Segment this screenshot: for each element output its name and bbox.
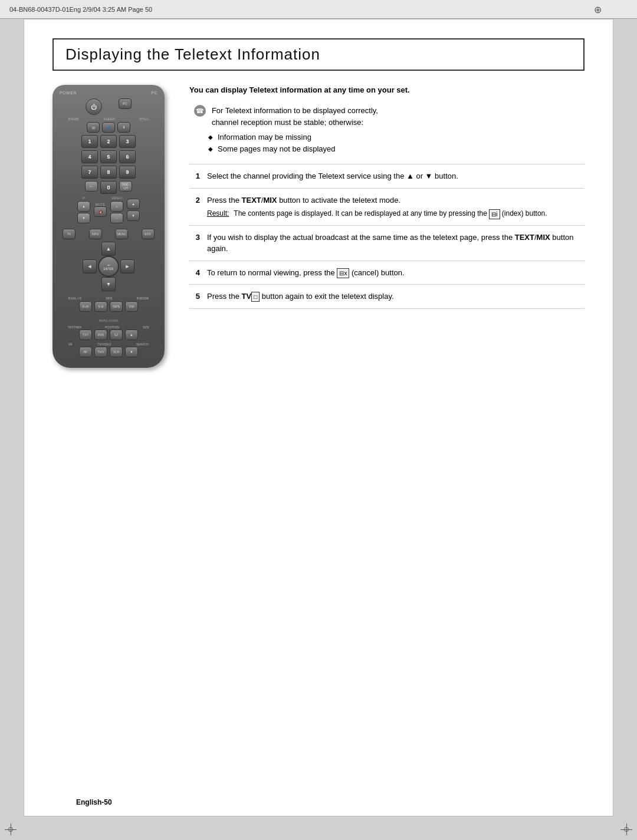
vol-up-button[interactable]: + [110,201,123,212]
srs-button[interactable]: SRS [110,301,123,312]
sleep-button[interactable]: 💤 [102,122,115,133]
search-btn[interactable]: SCH [110,347,123,357]
vol-down-button[interactable]: − [110,213,123,223]
bottom-labels: TEXT/MIX POSITION SIZE [57,325,160,329]
power-label: POWER [60,91,77,95]
btn-3[interactable]: 3 [119,135,136,148]
btn-prech[interactable]: PRE-CH [119,181,132,192]
btn-2[interactable]: 2 [100,135,117,148]
step-content-2: Press the TEXT/MIX button to activate th… [203,188,585,225]
step-content-3: If you wish to display the actual broadc… [203,225,585,261]
psize-sleep-still-labels: P.SIZE SLEEP STILL [57,117,160,121]
nav-up[interactable]: ▲ [101,242,116,256]
num-row-2: 4 5 6 [57,150,160,163]
btn-1[interactable]: 1 [81,135,98,148]
bullet-2: Some pages may not be displayed [208,143,585,155]
page-content: Displaying the Teletext Information POWE… [24,19,613,816]
tvvideo-btn[interactable]: TV/V [94,347,107,357]
video-up-button[interactable]: ▲ [127,199,140,209]
footer: English-50 [76,798,112,806]
position-button[interactable]: POS [94,330,107,340]
btn-8[interactable]: 8 [100,166,117,179]
btn-7[interactable]: 7 [81,166,98,179]
ch-up-button[interactable]: ▲ [77,201,90,212]
step-content-4: To return to normal viewing, press the ⊟… [203,261,585,285]
remote-divider-1 [57,226,160,226]
step-content-5: Press the TV□ button again to exit the t… [203,285,585,309]
num-row-4: -/-- 0 PRE-CH [57,181,160,194]
header-text: 04-BN68-00437D-01Eng 2/9/04 3:25 AM Page… [9,6,152,13]
step-num-2: 2 [189,188,203,225]
crosshair-bottom-right [620,823,632,835]
step-row-5: 5 Press the TV□ button again to exit the… [189,285,585,309]
info-button[interactable]: INFO [89,229,102,239]
btn-0[interactable]: 0 [100,181,117,194]
title-bar: Displaying the Teletext Information [52,38,585,71]
tv-button[interactable]: TV [63,229,75,239]
index-icon: ⊟i [489,209,500,219]
remote-control: POWER PC ⏻ PC P.SIZE SLEEP STILL ⊞ 💤 [52,85,165,368]
main-layout: POWER PC ⏻ PC P.SIZE SLEEP STILL ⊞ 💤 [24,85,613,368]
nav-cross: ▲ ◄ ↩ ENTER ► ▼ [57,242,160,291]
pc-label: PC [151,91,157,95]
step-content-1: Select the channel providing the Teletex… [203,164,585,189]
step-num-3: 3 [189,225,203,261]
up-btn[interactable]: ▲ [125,330,138,340]
ch-down-button[interactable]: ▼ [77,213,90,223]
instructions: You can display Teletext information at … [189,85,585,368]
psize-button[interactable]: ⊞ [87,122,100,133]
footer-text: English-50 [76,798,112,806]
rf-btn[interactable]: RF [79,347,92,357]
video-down-button[interactable]: ▼ [127,210,140,221]
note-section: ☎ For Teletext information to be display… [189,105,585,154]
still-button[interactable]: ⏸ [117,122,130,133]
pmode-button[interactable]: P.M [125,301,138,312]
header-crosshair: ⊕ [594,4,602,15]
num-row-1: 1 2 3 [57,135,160,148]
bottom-row-2: RF TV/V SCH ▼ [57,347,160,357]
remote-divider-2 [57,294,160,294]
textmix-button[interactable]: TXT [79,330,92,340]
btn-dash[interactable]: -/-- [85,181,98,192]
step-row-3: 3 If you wish to display the actual broa… [189,225,585,261]
step-row-1: 1 Select the channel providing the Telet… [189,164,585,189]
rf-tv-labels: RF TV/VIDEO SEARCH [57,342,160,346]
page-title: Displaying the Teletext Information [65,45,572,64]
tv-info-row: TV INFO MENU EXIT [57,229,160,239]
smode-button[interactable]: S.M [94,301,107,312]
nav-right[interactable]: ► [120,259,134,274]
step-num-1: 1 [189,164,203,189]
power-button[interactable]: ⏻ [86,98,102,115]
btn-6[interactable]: 6 [119,150,136,163]
nav-enter[interactable]: ↩ ENTER [98,256,119,277]
step-row-4: 4 To return to normal viewing, press the… [189,261,585,285]
pc-button[interactable]: PC [119,98,132,109]
exit-button[interactable]: EXIT [142,229,155,239]
remote-top-row: POWER PC [57,91,160,95]
nav-left[interactable]: ◄ [83,259,97,274]
down-btn2[interactable]: ▼ [125,347,138,357]
step-num-5: 5 [189,285,203,309]
result-text: The contents page is displayed. It can b… [234,208,547,219]
psize-sleep-still-row: ⊞ 💤 ⏸ [57,122,160,133]
steps-table: 1 Select the channel providing the Telet… [189,164,585,308]
model-label: BN59-00368 [57,314,160,324]
mute-button[interactable]: 🔇 [94,206,107,217]
nav-down[interactable]: ▼ [101,277,116,291]
dual-srs-pmode-row: D-I/II S.M SRS P.M [57,301,160,312]
bottom-row-1: TXT POS SZ ▲ [57,330,160,340]
remote-power-row: ⏻ PC [57,98,160,115]
dual-button[interactable]: D-I/II [79,301,92,312]
btn-9[interactable]: 9 [119,166,136,179]
intro-text: You can display Teletext information at … [189,85,585,95]
dual-srs-labels: DUAL I II SRS P.MODE [57,297,160,300]
btn-4[interactable]: 4 [81,150,98,163]
step-row-2: 2 Press the TEXT/MIX button to activate … [189,188,585,225]
size-btn[interactable]: SZ [110,330,123,340]
crosshair-bottom-left [5,823,17,835]
bullet-1: Information may be missing [208,131,585,143]
tv-icon-inline: □ [251,292,260,302]
menu-button[interactable]: MENU [115,229,128,239]
num-row-3: 7 8 9 [57,166,160,179]
btn-5[interactable]: 5 [100,150,117,163]
